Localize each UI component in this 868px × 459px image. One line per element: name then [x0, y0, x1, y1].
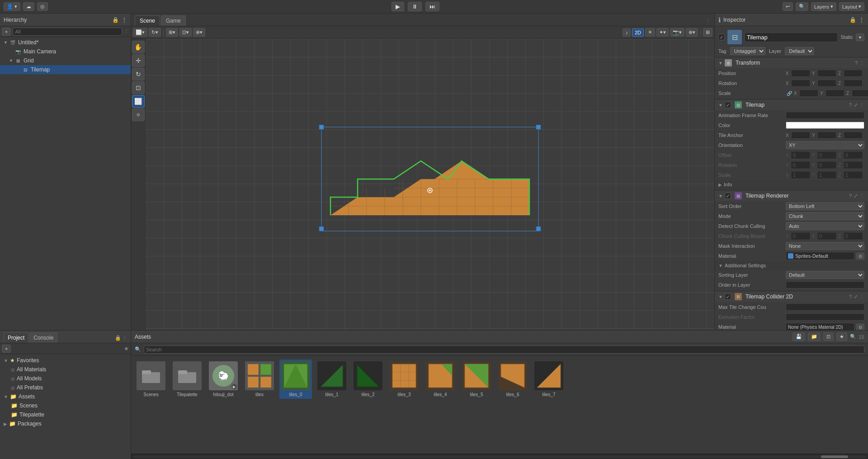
ta-x-input[interactable]: 0.5 [791, 132, 810, 139]
asset-tiles0[interactable]: tiles_0 [279, 360, 312, 399]
object-name-input[interactable] [745, 33, 838, 42]
hierarchy-filter-icon[interactable]: ⋮ [124, 28, 129, 34]
scene-rotate-mode[interactable]: ↻▾ [149, 28, 161, 37]
rot-z-input[interactable]: 0 [844, 80, 863, 87]
scrollbar-thumb[interactable] [821, 455, 848, 458]
material-field[interactable]: Sprites-Default [786, 252, 854, 260]
console-tab[interactable]: Console [29, 332, 57, 343]
asset-tiles3[interactable]: tiles_3 [388, 360, 420, 399]
step-button[interactable]: ⏭ [425, 2, 439, 11]
hierarchy-add-button[interactable]: + [2, 28, 11, 36]
layout-dropdown[interactable]: Layout ▾ [839, 2, 864, 11]
ta-y-input[interactable]: 0.5 [817, 132, 836, 139]
pos-x-input[interactable]: 0 [791, 70, 810, 77]
tree-item-grid[interactable]: ▼ ⊞ Grid [0, 56, 131, 65]
help-icon[interactable]: ? [849, 294, 852, 300]
rot-x-input[interactable]: 0 [791, 80, 810, 87]
game-tab[interactable]: Game [161, 15, 186, 26]
tag-select[interactable]: Untagged [730, 47, 765, 55]
help-icon[interactable]: ? [849, 193, 852, 199]
proj-favorites[interactable]: ▼ ★ Favorites [0, 356, 131, 365]
expand-icon[interactable]: ⤢ [854, 193, 858, 199]
object-enabled-check[interactable]: ✓ [718, 34, 725, 40]
proj-scenes[interactable]: 📁 Scenes [0, 401, 131, 410]
asset-tiles5[interactable]: tiles_5 [460, 360, 493, 399]
scene-camera-btn[interactable]: 📷▾ [670, 28, 684, 37]
settings-icon[interactable]: ⋮ [859, 193, 864, 199]
scl-y-input[interactable]: 1 [826, 90, 844, 97]
scl-z-input[interactable]: 1 [852, 90, 868, 97]
sorting-layer-select[interactable]: Default [786, 271, 864, 279]
rot-y-input[interactable]: 0 [817, 80, 836, 87]
asset-tiles6[interactable]: tiles_6 [496, 360, 529, 399]
sort-order-select[interactable]: Bottom Left [786, 202, 864, 210]
settings-icon[interactable]: ⋮ [859, 60, 864, 66]
project-add-btn[interactable]: + [2, 345, 11, 353]
tree-item-camera[interactable]: 📷 Main Camera [0, 47, 131, 56]
tilemap-enabled[interactable]: ✓ [725, 102, 731, 108]
detect-chunk-select[interactable]: Auto Manual [786, 222, 864, 230]
col-mat-select-btn[interactable]: ⊙ [856, 324, 864, 331]
asset-tiles4[interactable]: tiles_4 [424, 360, 457, 399]
assets-star-btn[interactable]: ★ [836, 332, 847, 341]
hierarchy-lock-icon[interactable]: 🔒 [112, 17, 119, 23]
proj-packages[interactable]: ▶ 📁 Packages [0, 419, 131, 428]
material-select-btn[interactable]: ⊙ [856, 253, 864, 260]
proj-tilepalette[interactable]: 📁 Tilepalette [0, 410, 131, 419]
hierarchy-search[interactable] [13, 28, 122, 36]
scene-viewport[interactable] [146, 39, 714, 330]
pos-y-input[interactable]: 0 [817, 70, 836, 77]
assets-scrollbar[interactable] [131, 454, 868, 459]
scene-2d-btn[interactable]: 2D [632, 28, 644, 37]
scene-light-btn[interactable]: ☀ [645, 28, 655, 37]
settings-icon[interactable]: ⋮ [859, 294, 864, 300]
custom-tool[interactable]: ✧ [132, 109, 145, 121]
mode-select[interactable]: Chunk Individual [786, 212, 864, 220]
asset-tiles7[interactable]: tiles_7 [533, 360, 565, 399]
hierarchy-menu-icon[interactable]: ⋮ [122, 17, 127, 23]
layers-dropdown[interactable]: Layers ▾ [811, 2, 836, 11]
move-tool[interactable]: ✛ [132, 54, 145, 67]
ta-z-input[interactable]: 0 [844, 132, 863, 139]
proj-assets[interactable]: ▼ 📁 Assets [0, 392, 131, 401]
project-menu-icon[interactable]: ⋮ [122, 335, 127, 341]
additional-settings-foldout[interactable]: ▼ Additional Settings [715, 261, 868, 270]
cloud-button[interactable]: ☁ [23, 2, 34, 11]
asset-tiles2[interactable]: tiles_2 [352, 360, 384, 399]
tilemap-info-foldout[interactable]: ▶ Info [715, 180, 868, 189]
assets-filter-btn[interactable]: ⊡ [823, 332, 834, 341]
expand-icon[interactable]: ⤢ [854, 102, 858, 108]
asset-scenes[interactable]: Scenes [135, 360, 167, 399]
hand-tool[interactable]: ✋ [132, 41, 145, 53]
undo-button[interactable]: ↩ [783, 2, 793, 11]
order-input[interactable]: 0 [786, 281, 864, 289]
scene-draw-mode[interactable]: ⬜▾ [133, 28, 147, 37]
proj-all-materials[interactable]: ◎ All Materials [0, 365, 131, 374]
assets-save-btn[interactable]: 💾 [793, 332, 805, 341]
tilemap-comp-header[interactable]: ▼ ✓ ⊞ Tilemap ? ⤢ ⋮ [715, 99, 868, 110]
color-picker[interactable] [786, 122, 864, 129]
project-lock-icon[interactable]: 🔒 [115, 335, 121, 341]
rotate-tool[interactable]: ↻ [132, 68, 145, 80]
asset-tilepalette[interactable]: Tilepalette [171, 360, 203, 399]
settings-icon[interactable]: ⋮ [859, 102, 864, 108]
assets-search[interactable] [144, 345, 864, 354]
help-icon[interactable]: ? [849, 102, 852, 108]
scene-gizmo-btn[interactable]: ⊕▾ [686, 28, 698, 37]
asset-tiles[interactable]: tiles [243, 360, 276, 399]
project-tab[interactable]: Project [4, 332, 28, 343]
renderer-header[interactable]: ▼ ✓ ⊞ Tilemap Renderer ? ⤢ ⋮ [715, 190, 868, 201]
help-icon[interactable]: ? [855, 60, 858, 66]
favorites-icon[interactable]: ★ [124, 345, 129, 352]
inspector-lock-icon[interactable]: 🔒 [849, 17, 856, 23]
scale-tool[interactable]: ⊡ [132, 81, 145, 94]
scl-x-input[interactable]: 1 [799, 90, 818, 97]
proj-all-prefabs[interactable]: ◎ All Prefabs [0, 383, 131, 392]
scene-snap-btn[interactable]: ⊡▾ [179, 28, 192, 37]
pause-button[interactable]: ⏸ [408, 2, 422, 11]
renderer-enabled[interactable]: ✓ [725, 193, 731, 199]
collider-enabled[interactable]: ✓ [725, 293, 731, 300]
scene-fx-btn[interactable]: ✦▾ [656, 28, 669, 37]
assets-folder-btn[interactable]: 📁 [808, 332, 821, 341]
collab-button[interactable]: ◎ [37, 2, 48, 11]
